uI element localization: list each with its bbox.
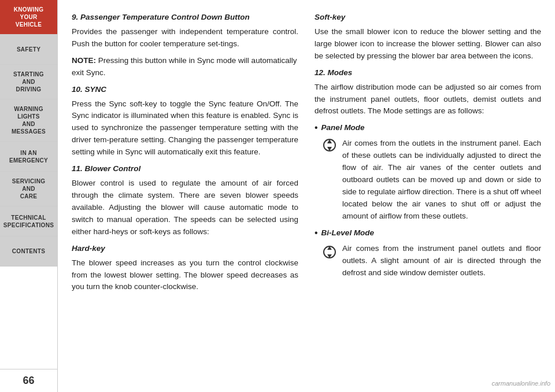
bilevel-mode-icon [321, 243, 338, 265]
watermark: carmanualonline.info [491, 379, 550, 389]
bullet-dot-panel: • [314, 122, 318, 134]
panel-mode-icon [321, 138, 338, 160]
panel-mode-body: Air comes from the outlets in the instru… [342, 138, 541, 222]
sidebar-label-knowing: KNOWING YOUR VEHICLE [14, 6, 44, 28]
section9-body: Provides the passenger with independent … [72, 26, 298, 50]
section10-title: 10. SYNC [72, 84, 298, 96]
softkey-body: Use the small blower icon to reduce the … [314, 26, 541, 62]
sidebar-item-safety[interactable]: SAFETY [0, 35, 57, 65]
hardkey-body: The blower speed increases as you turn t… [72, 257, 298, 294]
sidebar-label-safety: SAFETY [17, 46, 40, 53]
softkey-label: Soft-key [314, 12, 541, 24]
hardkey-label: Hard-key [72, 243, 298, 255]
sidebar-item-emergency[interactable]: IN AN EMERGENCY [0, 142, 57, 172]
section11-title: 11. Blower Control [72, 163, 298, 175]
sidebar-item-warning[interactable]: WARNING LIGHTS AND MESSAGES [0, 99, 57, 142]
sidebar-item-knowing[interactable]: KNOWING YOUR VEHICLE [0, 0, 57, 35]
section9-title: 9. Passenger Temperature Control Down Bu… [72, 12, 298, 24]
sidebar-item-technical[interactable]: TECHNICAL SPECIFICATIONS [0, 206, 57, 236]
sidebar-label-emergency: IN AN EMERGENCY [9, 149, 48, 164]
note-label: NOTE: [72, 56, 96, 65]
section12-title: 12. Modes [314, 67, 541, 79]
panel-mode-item: • Panel Mode [314, 122, 541, 134]
main-content: 9. Passenger Temperature Control Down Bu… [58, 0, 555, 392]
bilevel-mode-body: Air comes from the instrument panel outl… [342, 243, 541, 279]
section11-body: Blower control is used to regulate the a… [72, 177, 298, 238]
bilevel-mode-label: Bi-Level Mode [321, 227, 375, 239]
panel-mode-label: Panel Mode [321, 122, 365, 134]
left-column: 9. Passenger Temperature Control Down Bu… [72, 12, 298, 298]
sidebar-item-starting[interactable]: STARTING AND DRIVING [0, 65, 57, 99]
sidebar: KNOWING YOUR VEHICLE SAFETY STARTING AND… [0, 0, 58, 392]
sidebar-item-contents[interactable]: CONTENTS [0, 236, 57, 267]
section12-body: The airflow distribution mode can be adj… [314, 82, 541, 118]
note-block: NOTE: Pressing this button while in Sync… [72, 55, 298, 79]
bullet-dot-bilevel: • [314, 227, 318, 239]
right-column: Soft-key Use the small blower icon to re… [314, 12, 541, 298]
sidebar-label-servicing: SERVICING AND CARE [12, 177, 46, 200]
section10-body: Press the Sync soft-key to toggle the Sy… [72, 98, 298, 159]
page-number: 66 [0, 369, 57, 392]
sidebar-label-warning: WARNING LIGHTS AND MESSAGES [12, 105, 46, 135]
bilevel-mode-item: • Bi-Level Mode [314, 227, 541, 239]
sidebar-label-technical: TECHNICAL SPECIFICATIONS [3, 214, 54, 229]
sidebar-label-contents: CONTENTS [12, 247, 45, 255]
sidebar-label-starting: STARTING AND DRIVING [13, 71, 44, 93]
note-text: Pressing this button while in Sync mode … [72, 56, 297, 77]
sidebar-item-servicing[interactable]: SERVICING AND CARE [0, 172, 57, 206]
